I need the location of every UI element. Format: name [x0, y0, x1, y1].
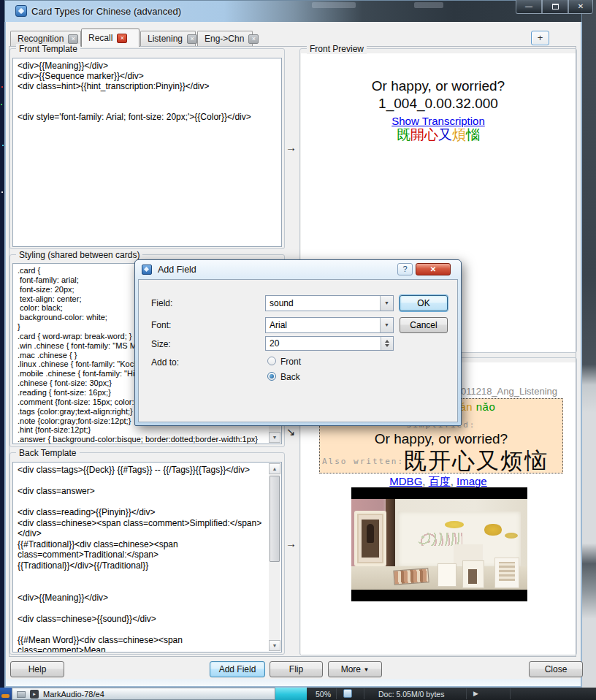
back-radio[interactable]	[267, 372, 276, 381]
back-template-code[interactable]: <div class=tags>{{Deck}} {{#Tags}} -- {{…	[18, 465, 267, 653]
front-radio-label[interactable]: Front	[280, 357, 301, 367]
back-radio-label[interactable]: Back	[280, 372, 300, 382]
window-titlebar[interactable]: Card Types for Chinese (advanced)	[4, 0, 582, 22]
screen: Card Types for Chinese (advanced) — ✕ Re…	[0, 0, 596, 700]
zoom-percent: 50%	[316, 690, 331, 699]
anki-app-icon	[15, 5, 27, 17]
field-value: sound	[270, 298, 294, 308]
more-button[interactable]: More ▼	[328, 661, 382, 677]
baidu-link[interactable]: 百度	[429, 475, 451, 487]
font-combobox[interactable]: Arial ▼	[265, 317, 394, 333]
cancel-button[interactable]: Cancel	[400, 317, 448, 333]
image-link[interactable]: Image	[456, 475, 487, 487]
preview-meaning: Or happy, or worried?	[302, 78, 575, 94]
also-written-row: Also written: 既开心又烦恼	[320, 446, 562, 476]
add-card-type-button[interactable]: +	[531, 31, 549, 45]
front-flow-arrow-icon: →	[286, 141, 297, 153]
separator	[336, 688, 337, 699]
maximize-button[interactable]	[542, 0, 568, 14]
styling-label: Styling (shared between cards)	[16, 250, 142, 260]
dialog-title: Add Field	[158, 265, 196, 275]
tab-listening[interactable]: Listening×	[140, 31, 196, 46]
separator	[364, 688, 364, 699]
size-value: 20	[270, 338, 279, 349]
window-bottom-edge	[6, 679, 581, 686]
front-template-code[interactable]: <div>{{Meaning}}</div> <div>{{Sequence m…	[18, 61, 267, 122]
hanzi-char: 心	[424, 127, 438, 142]
desktop-pixel	[2, 145, 4, 146]
tab-close-icon[interactable]: ×	[117, 34, 127, 43]
help-button[interactable]: Help	[10, 661, 64, 677]
desktop-pixel	[1, 191, 3, 193]
tab-label: Recognition	[18, 34, 64, 44]
hanzi-char: 開	[410, 127, 424, 142]
desktop-pixel	[1, 86, 3, 88]
flip-button[interactable]: Flip	[270, 661, 323, 677]
preview-photo	[351, 487, 527, 601]
add-field-dialog: Add Field ? ✕ Field: sound ▼ OK Font: Ar…	[134, 259, 462, 426]
taskbar-app-title: MarkAudio-78/e4	[43, 690, 104, 699]
back-template-label: Back Template	[16, 448, 80, 458]
scroll-down-icon[interactable]: ▼	[269, 640, 280, 651]
photo-card	[438, 563, 456, 587]
scrollbar-thumb[interactable]	[270, 476, 280, 562]
front-radio[interactable]	[267, 357, 276, 365]
front-template-editor[interactable]: <div>{{Meaning}}</div> <div>{{Sequence m…	[12, 58, 282, 247]
taskbar-corner-icon[interactable]	[0, 688, 12, 700]
hanzi-char: 又	[438, 127, 452, 142]
preview-sequence-marker: 1_004_0.00.32.000	[302, 96, 575, 112]
background-glass-blur	[312, 2, 356, 8]
window-close-button[interactable]: ✕	[568, 0, 593, 14]
tab-close-icon[interactable]: ×	[248, 34, 259, 44]
desktop-pixel	[1, 104, 2, 105]
front-preview-label: Front Preview	[307, 44, 367, 54]
add-field-button[interactable]: Add Field	[210, 661, 265, 677]
separator	[510, 688, 511, 699]
photo-doodle	[505, 533, 518, 539]
background-glass-blur	[414, 2, 443, 8]
tab-close-icon[interactable]: ×	[68, 34, 78, 44]
spin-up-icon[interactable]	[385, 340, 389, 343]
spinner-arrows[interactable]	[381, 337, 393, 350]
dialog-close-button[interactable]: ✕	[416, 263, 451, 275]
taskbar-app-icon	[17, 691, 26, 698]
tab-recall[interactable]: Recall×	[81, 28, 140, 47]
close-button[interactable]: Close	[529, 661, 583, 677]
play-icon[interactable]: ▶	[473, 690, 478, 697]
mdbg-link[interactable]: MDBG	[389, 475, 422, 487]
field-combobox[interactable]: sound ▼	[265, 295, 394, 311]
dialog-help-button[interactable]: ?	[397, 263, 413, 275]
tab-label: Listening	[148, 34, 183, 44]
scroll-up-icon[interactable]: ▲	[269, 463, 280, 474]
hanzi-char: 煩	[452, 127, 466, 142]
scroll-down-icon[interactable]: ▼	[269, 432, 280, 443]
photo-doodle	[484, 524, 502, 536]
minimize-button[interactable]: —	[516, 0, 542, 14]
tab-label: Recall	[88, 33, 112, 43]
field-label: Field:	[151, 298, 172, 308]
back-flow-arrow-icon: →	[286, 537, 297, 549]
tab-eng-chn[interactable]: Eng->Chn×	[197, 31, 253, 46]
taskbar-corner-fragment	[1, 694, 9, 698]
ok-button[interactable]: OK	[400, 295, 448, 311]
dropdown-arrow-icon[interactable]: ▼	[380, 318, 393, 332]
spin-down-icon[interactable]	[385, 344, 389, 347]
photo-card-print	[499, 562, 515, 581]
preview-meaning-back: Or happy, or worried?	[320, 431, 562, 447]
background-app-edge	[582, 0, 596, 688]
taskbar-progress-strip	[275, 688, 307, 700]
back-template-editor[interactable]: <div class=tags>{{Deck}} {{#Tags}} -- {{…	[12, 462, 282, 653]
dropdown-caret-icon: ▼	[363, 666, 369, 673]
close-icon: ✕	[578, 2, 584, 10]
tab-close-icon[interactable]: ×	[187, 34, 197, 44]
dropdown-arrow-icon[interactable]: ▼	[380, 296, 393, 311]
simplified-hanzi: 既开心又烦恼	[404, 446, 549, 476]
taskbar-app-markaudio[interactable]: ▸ MarkAudio-78/e4	[12, 688, 275, 700]
preview-colored-hanzi: 既開心又煩惱	[302, 126, 575, 145]
addto-label: Add to:	[151, 357, 179, 368]
back-template-scrollbar[interactable]: ▲ ▼	[269, 463, 280, 651]
size-spinner[interactable]: 20	[265, 336, 394, 351]
hanzi-char: 既	[397, 127, 410, 142]
minimize-icon: —	[525, 2, 532, 10]
tab-label: Eng->Chn	[205, 34, 244, 44]
